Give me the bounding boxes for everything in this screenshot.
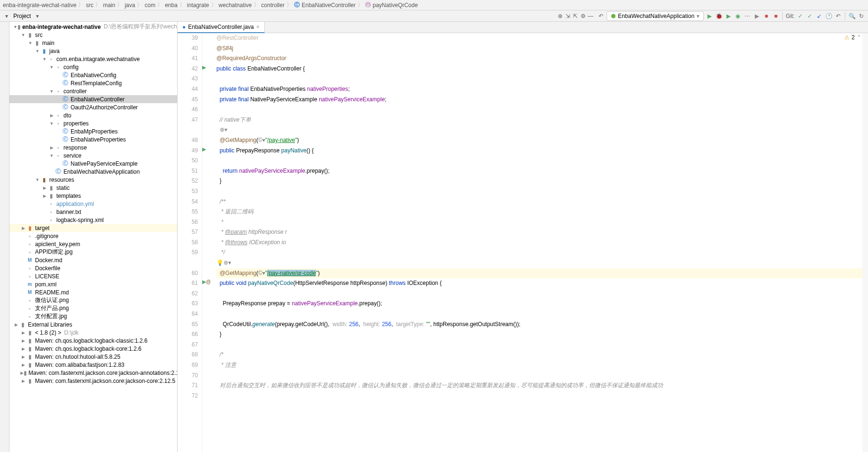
close-tab-icon[interactable]: × bbox=[256, 24, 260, 30]
project-tree[interactable]: ▼▮enba-integrate-wechat-nativeD:\恩爸编程脚手架… bbox=[9, 22, 177, 452]
profile-icon[interactable]: ◉ bbox=[734, 12, 742, 20]
tree-item[interactable]: ▶▫banner.txt bbox=[9, 208, 177, 216]
inspection-indicator[interactable]: ⚠2 ⌃ bbox=[844, 34, 861, 41]
tree-item[interactable]: ▶▫apiclient_key.pem bbox=[9, 240, 177, 248]
tree-arrow-icon[interactable]: ▼ bbox=[49, 89, 54, 94]
breadcrumb-segment[interactable]: controller bbox=[261, 2, 285, 9]
tree-item[interactable]: ▼▫service bbox=[9, 151, 177, 160]
tree-item[interactable]: ▶▫APPID绑定.jpg bbox=[9, 248, 177, 256]
run-anything-icon[interactable]: ▶ bbox=[753, 12, 761, 20]
ide-settings-icon[interactable]: ↻ bbox=[858, 12, 865, 20]
tree-item[interactable]: ▶▫LICENSE bbox=[9, 272, 177, 280]
breadcrumb-segment[interactable]: main bbox=[103, 2, 115, 9]
hide-icon[interactable]: — bbox=[587, 12, 594, 20]
tree-item[interactable]: ▼▫properties bbox=[9, 119, 177, 127]
tree-item[interactable]: ▶▮static bbox=[9, 184, 177, 192]
tree-item[interactable]: ▶▮< 1.8 (2) >D:\jdk bbox=[9, 328, 177, 337]
breadcrumb-segment[interactable]: src bbox=[86, 2, 93, 9]
git-commit-icon[interactable]: ✓ bbox=[796, 12, 804, 20]
git-push-icon[interactable]: ✓ bbox=[806, 12, 814, 20]
tree-item[interactable]: ▶ⒸNativePayServiceExample bbox=[9, 160, 177, 168]
tree-item[interactable]: ▶▫支付配置.jpg bbox=[9, 312, 177, 320]
tree-item[interactable]: ▶▮External Libraries bbox=[9, 320, 177, 328]
tree-item[interactable]: ▼▫controller bbox=[9, 87, 177, 95]
tree-item[interactable]: ▼▮enba-integrate-wechat-nativeD:\恩爸编程脚手架… bbox=[9, 23, 177, 31]
tree-item[interactable]: ▼▫config bbox=[9, 63, 177, 71]
tree-arrow-icon[interactable]: ▶ bbox=[20, 355, 26, 359]
tree-arrow-icon[interactable]: ▼ bbox=[49, 121, 54, 126]
breadcrumb-segment[interactable]: payNativeQrCode bbox=[373, 2, 418, 9]
tree-item[interactable]: ▼▮java bbox=[9, 47, 177, 55]
tree-arrow-icon[interactable]: ▶ bbox=[20, 346, 26, 351]
tree-item[interactable]: ▶▫Dockerfile bbox=[9, 264, 177, 272]
tree-item[interactable]: ▶▮Maven: cn.hutool:hutool-all:5.8.25 bbox=[9, 353, 177, 361]
breadcrumb-segment[interactable]: intagrate bbox=[187, 2, 209, 9]
stop-button-icon[interactable]: ■ bbox=[762, 12, 770, 20]
git-history-icon[interactable]: 🕐 bbox=[825, 12, 832, 20]
code-content[interactable]: @RestController@Slf4j@RequiredArgsConstr… bbox=[215, 33, 868, 452]
tree-arrow-icon[interactable]: ▼ bbox=[42, 57, 47, 62]
git-rollback-icon[interactable]: ↶ bbox=[834, 12, 842, 20]
dropdown-arrow-icon[interactable]: ▾ bbox=[34, 12, 41, 20]
run-configuration-selector[interactable]: ⬢ EnbaWechatNativeApplication ▾ bbox=[607, 11, 704, 21]
tree-arrow-icon[interactable]: ▼ bbox=[13, 25, 18, 29]
tree-item[interactable]: ▶▮Maven: ch.qos.logback:logback-classic:… bbox=[9, 337, 177, 345]
tree-item[interactable]: ▼▮resources bbox=[9, 176, 177, 184]
tree-item[interactable]: ▶▫微信认证.png bbox=[9, 296, 177, 304]
expand-all-icon[interactable]: ⇲ bbox=[564, 12, 572, 20]
search-everywhere-icon[interactable]: 🔍 bbox=[848, 12, 856, 20]
tree-arrow-icon[interactable]: ▶ bbox=[20, 226, 26, 230]
tree-item[interactable]: ▶▫response bbox=[9, 143, 177, 151]
tree-item[interactable]: ▶▮Maven: com.fasterxml.jackson.core:jack… bbox=[9, 377, 177, 385]
tree-arrow-icon[interactable]: ▼ bbox=[35, 177, 40, 182]
back-icon[interactable]: ↶ bbox=[597, 12, 605, 20]
tree-item[interactable]: ▶▫支付产品.png bbox=[9, 304, 177, 312]
tree-arrow-icon[interactable]: ▶ bbox=[20, 363, 26, 367]
tree-arrow-icon[interactable]: ▶ bbox=[20, 338, 26, 343]
attach-icon[interactable]: ⋯ bbox=[743, 12, 751, 20]
tree-arrow-icon[interactable]: ▶ bbox=[49, 145, 54, 150]
stop-all-icon[interactable]: ■ bbox=[772, 12, 779, 20]
project-label[interactable]: Project bbox=[13, 13, 31, 19]
breadcrumb-segment[interactable]: com bbox=[144, 2, 155, 9]
editor-tab[interactable]: ● EnbaNativeController.java × bbox=[178, 22, 265, 33]
tree-arrow-icon[interactable]: ▶ bbox=[13, 322, 19, 327]
breadcrumb-segment[interactable]: enba bbox=[165, 2, 178, 9]
tree-arrow-icon[interactable]: ▶ bbox=[42, 186, 47, 190]
tree-item[interactable]: ▶ⒸRestTemplateConfig bbox=[9, 79, 177, 87]
tree-item[interactable]: ▶ⒸEnbaMpProperties bbox=[9, 127, 177, 135]
settings-gear-icon[interactable]: ⚙ bbox=[579, 12, 587, 20]
tree-arrow-icon[interactable]: ▶ bbox=[20, 330, 26, 335]
tree-item[interactable]: ▼▫com.enba.intagrate.wechatnative bbox=[9, 55, 177, 63]
tree-arrow-icon[interactable]: ▼ bbox=[35, 49, 40, 53]
tree-arrow-icon[interactable]: ▶ bbox=[20, 371, 24, 375]
debug-button-icon[interactable]: 🐞 bbox=[715, 12, 723, 20]
tree-item[interactable]: ▶ⒸEnbaNativeProperties bbox=[9, 135, 177, 143]
tree-arrow-icon[interactable]: ▶ bbox=[42, 194, 47, 198]
tree-item[interactable]: ▶ⒸEnbaNativeConfig bbox=[9, 71, 177, 79]
git-update-icon[interactable]: ↙ bbox=[815, 12, 823, 20]
tree-arrow-icon[interactable]: ▼ bbox=[20, 33, 26, 37]
tree-item[interactable]: ▼▮main bbox=[9, 39, 177, 47]
run-button-icon[interactable]: ▶ bbox=[706, 12, 713, 20]
tree-item[interactable]: ▶ⒸEnbaWechatNativeApplication bbox=[9, 168, 177, 176]
tree-item[interactable]: ▶▮Maven: ch.qos.logback:logback-core:1.2… bbox=[9, 345, 177, 353]
tree-item[interactable]: ▶▫application.yml bbox=[9, 200, 177, 208]
tree-arrow-icon[interactable]: ▶ bbox=[20, 379, 26, 383]
project-dropdown-icon[interactable]: ▾ bbox=[3, 12, 10, 20]
tree-item[interactable]: ▶mpom.xml bbox=[9, 280, 177, 288]
tree-item[interactable]: ▶▮target bbox=[9, 224, 177, 232]
tree-item[interactable]: ▶▮Maven: com.fasterxml.jackson.core:jack… bbox=[9, 369, 177, 377]
breadcrumb-segment[interactable]: enba-integrate-wechat-native bbox=[3, 2, 76, 9]
breadcrumb-segment[interactable]: EnbaNativeController bbox=[302, 2, 356, 9]
code-editor[interactable]: 3940414243444546474849505152535455565758… bbox=[178, 33, 868, 452]
breadcrumb-segment[interactable]: java bbox=[125, 2, 135, 9]
tree-item[interactable]: ▶▫.gitignore bbox=[9, 232, 177, 240]
tree-item[interactable]: ▶MREADME.md bbox=[9, 288, 177, 296]
select-opened-file-icon[interactable]: ⊕ bbox=[556, 12, 564, 20]
error-stripe[interactable] bbox=[862, 33, 868, 452]
tree-item[interactable]: ▶ⒸEnbaNativeController bbox=[9, 95, 177, 103]
breadcrumb-segment[interactable]: wechatnative bbox=[219, 2, 252, 9]
tree-item[interactable]: ▶▮templates bbox=[9, 192, 177, 200]
tree-item[interactable]: ▶ⒸOauth2AuthorizeController bbox=[9, 103, 177, 111]
